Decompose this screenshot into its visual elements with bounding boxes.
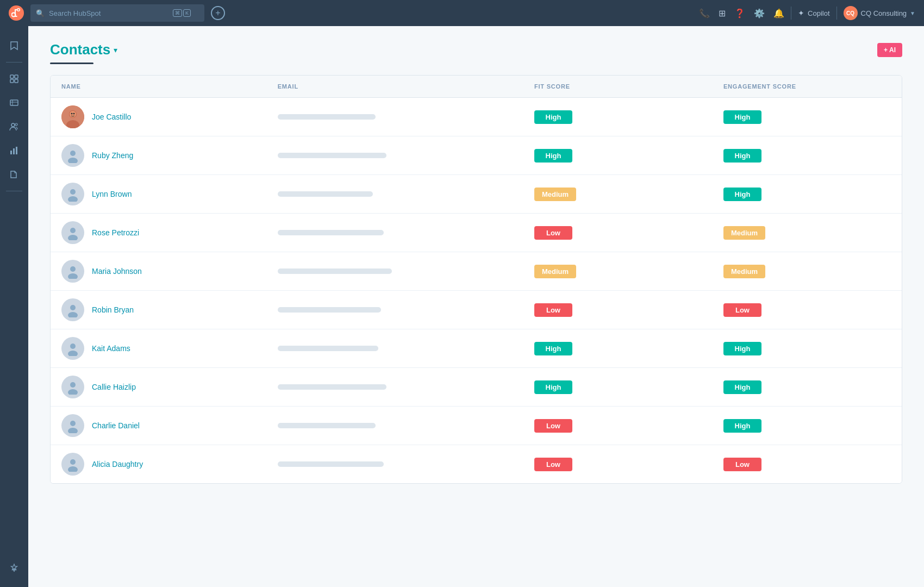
col-header-fit-score: FIT SCORE — [523, 76, 713, 98]
svg-point-10 — [11, 123, 15, 127]
ai-button[interactable]: + AI — [877, 43, 902, 57]
fit-score-badge: High — [534, 149, 572, 163]
contact-name-link[interactable]: Ruby Zheng — [92, 151, 133, 160]
email-placeholder-bar — [278, 346, 378, 351]
fit-score-badge: High — [534, 342, 572, 355]
copilot-button[interactable]: ✦ Copilot — [798, 9, 829, 17]
kbd-cmd: ⌘ — [173, 9, 182, 17]
svg-point-33 — [68, 351, 78, 356]
engagement-score-cell: Low — [713, 445, 902, 484]
avatar — [61, 105, 84, 128]
svg-point-34 — [70, 382, 76, 388]
sidebar-item-bookmarks[interactable] — [3, 35, 25, 57]
engagement-score-badge: High — [723, 110, 761, 124]
email-placeholder-bar — [278, 114, 376, 120]
name-cell: Kait Adams — [51, 329, 267, 368]
contacts-table: NAME EMAIL FIT SCORE ENGAGEMENT SCORE — [51, 76, 902, 483]
svg-point-11 — [15, 123, 17, 126]
settings-icon[interactable]: ⚙️ — [754, 8, 765, 18]
email-placeholder-bar — [278, 191, 373, 197]
sidebar-item-files[interactable] — [3, 164, 25, 185]
avatar-placeholder — [61, 414, 84, 437]
sidebar-divider-2 — [6, 191, 22, 191]
notifications-icon[interactable]: 🔔 — [773, 8, 784, 18]
svg-rect-13 — [13, 148, 15, 154]
engagement-score-badge: High — [723, 149, 761, 163]
sidebar-item-contacts[interactable] — [3, 92, 25, 114]
contact-name-link[interactable]: Robin Bryan — [92, 305, 134, 314]
table-row: Kait Adams High High — [51, 329, 902, 368]
svg-point-39 — [68, 466, 78, 472]
svg-point-26 — [70, 228, 76, 233]
account-button[interactable]: CQ CQ Consulting ▼ — [844, 6, 915, 20]
email-cell — [267, 175, 523, 214]
engagement-score-cell: High — [713, 175, 902, 214]
fit-score-badge: Medium — [534, 188, 576, 201]
fit-score-badge: Low — [534, 303, 572, 317]
engagement-score-badge: Low — [723, 458, 761, 471]
svg-rect-14 — [16, 147, 17, 154]
name-cell: Charlie Daniel — [51, 407, 267, 445]
fit-score-badge: Low — [534, 226, 572, 240]
sidebar-item-people[interactable] — [3, 116, 25, 138]
phone-icon[interactable]: 📞 — [699, 8, 710, 18]
contact-name-link[interactable]: Kait Adams — [92, 344, 130, 353]
keyboard-shortcut-hint: ⌘ K — [173, 9, 191, 17]
svg-point-36 — [70, 421, 76, 426]
kbd-k: K — [183, 9, 191, 17]
contact-name-link[interactable]: Charlie Daniel — [92, 421, 140, 430]
account-chevron-icon: ▼ — [910, 10, 915, 16]
svg-point-23 — [68, 158, 78, 163]
svg-point-35 — [68, 389, 78, 395]
sidebar — [0, 26, 28, 587]
engagement-score-badge: Medium — [723, 226, 765, 240]
fit-score-cell: Medium — [523, 252, 713, 291]
search-bar[interactable]: 🔍 ⌘ K — [30, 4, 204, 22]
fit-score-badge: High — [534, 110, 572, 124]
avatar-placeholder — [61, 221, 84, 244]
svg-rect-3 — [10, 75, 14, 78]
help-icon[interactable]: ❓ — [734, 8, 745, 18]
create-button[interactable]: + — [211, 6, 225, 20]
email-cell — [267, 368, 523, 407]
copilot-label: Copilot — [808, 9, 829, 17]
col-header-name: NAME — [51, 76, 267, 98]
email-cell — [267, 329, 523, 368]
svg-point-22 — [70, 151, 76, 156]
contact-name-link[interactable]: Joe Castillo — [92, 113, 131, 121]
top-navigation: 🔍 ⌘ K + 📞 ⊞ ❓ ⚙️ 🔔 ✦ Copilot CQ CQ Consu… — [0, 0, 924, 26]
fit-score-cell: Medium — [523, 175, 713, 214]
contact-name-link[interactable]: Rose Petrozzi — [92, 228, 139, 237]
contact-name-link[interactable]: Lynn Brown — [92, 190, 132, 198]
table-row: Joe Castillo High High — [51, 98, 902, 136]
svg-point-21 — [73, 113, 75, 115]
nav-divider-2 — [836, 7, 837, 20]
page-title-area: Contacts ▾ — [50, 41, 117, 58]
name-cell: Ruby Zheng — [51, 136, 267, 175]
contact-name-link[interactable]: Callie Haizlip — [92, 383, 136, 391]
sidebar-item-pin[interactable] — [3, 557, 25, 578]
engagement-score-badge: High — [723, 188, 761, 201]
svg-rect-6 — [15, 79, 18, 83]
contact-name-link[interactable]: Maria Johnson — [92, 267, 142, 276]
account-name: CQ Consulting — [861, 9, 907, 17]
table-row: Ruby Zheng High High — [51, 136, 902, 175]
fit-score-cell: Low — [523, 291, 713, 329]
col-header-engagement-score: ENGAGEMENT SCORE — [713, 76, 902, 98]
account-avatar: CQ — [844, 6, 858, 20]
sidebar-item-analytics[interactable] — [3, 140, 25, 161]
fit-score-badge: Medium — [534, 265, 576, 278]
modules-icon[interactable]: ⊞ — [719, 8, 726, 18]
email-cell — [267, 98, 523, 136]
title-dropdown-icon[interactable]: ▾ — [114, 46, 117, 54]
table-row: Rose Petrozzi Low Medium — [51, 214, 902, 252]
svg-point-31 — [68, 312, 78, 317]
svg-point-24 — [70, 189, 76, 195]
email-placeholder-bar — [278, 461, 384, 467]
email-cell — [267, 445, 523, 484]
contact-name-link[interactable]: Alicia Daughtry — [92, 460, 143, 469]
table-row: Alicia Daughtry Low Low — [51, 445, 902, 484]
search-input[interactable] — [49, 9, 168, 17]
name-cell: Joe Castillo — [51, 98, 267, 136]
sidebar-item-dashboard[interactable] — [3, 68, 25, 90]
